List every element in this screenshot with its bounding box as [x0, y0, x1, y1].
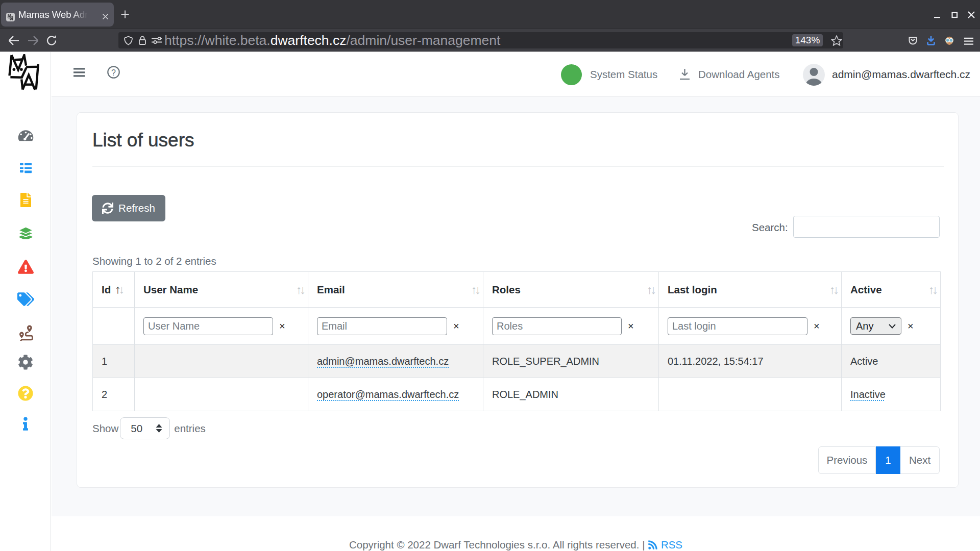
svg-text:?: ?	[111, 68, 116, 77]
